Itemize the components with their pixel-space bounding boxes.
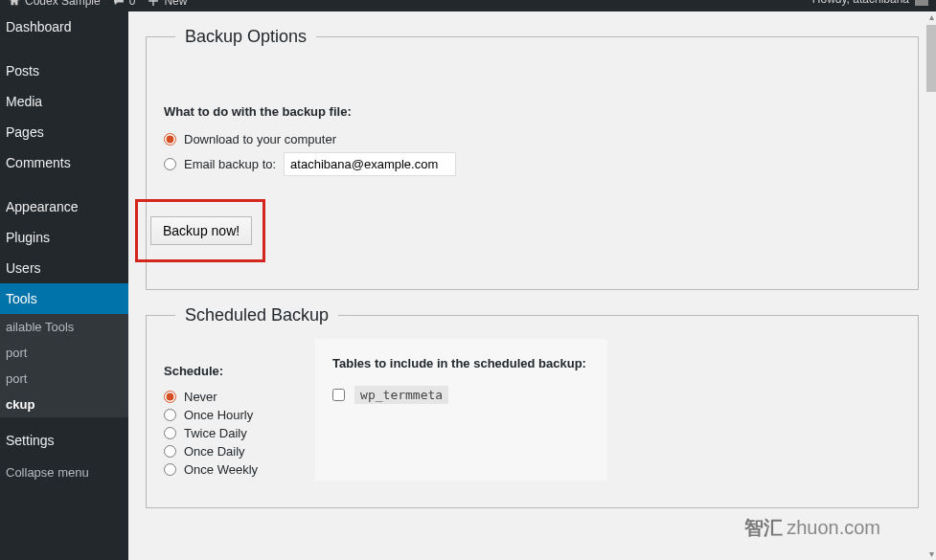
submenu-export[interactable]: port — [0, 366, 128, 392]
sidebar-item-pages[interactable]: Pages — [0, 117, 128, 147]
sidebar-item-tools[interactable]: Tools — [0, 283, 128, 314]
sidebar-item-settings[interactable]: Settings — [0, 425, 128, 456]
watermark-en: zhuon.com — [787, 517, 880, 539]
site-link[interactable]: Codex Sample — [8, 0, 101, 8]
opt-hourly-label: Once Hourly — [184, 408, 253, 422]
comment-icon — [112, 0, 126, 8]
radio-email[interactable] — [164, 158, 176, 170]
table-row[interactable]: wp_termmeta — [332, 386, 586, 404]
sidebar-item-posts[interactable]: Posts — [0, 56, 128, 86]
table-name: wp_termmeta — [354, 386, 448, 404]
scheduled-backup-group: Scheduled Backup Schedule: Never Once Ho… — [146, 305, 919, 508]
opt-once-weekly[interactable]: Once Weekly — [164, 462, 258, 477]
opt-email[interactable]: Email backup to: — [164, 152, 901, 176]
collapse-menu[interactable]: Collapse menu — [0, 456, 128, 489]
watermark-cn: 智汇 — [744, 515, 783, 541]
radio-hourly[interactable] — [164, 409, 176, 421]
opt-download[interactable]: Download to your computer — [164, 132, 901, 146]
sidebar-item-appearance[interactable]: Appearance — [0, 191, 128, 222]
main-content: Backup Options What to do with the backu… — [128, 11, 936, 560]
opt-never-label: Never — [184, 390, 217, 404]
home-icon — [8, 0, 21, 8]
schedule-label: Schedule: — [164, 364, 258, 378]
opt-download-label: Download to your computer — [184, 132, 336, 146]
tables-panel: Tables to include in the scheduled backu… — [315, 339, 607, 481]
sidebar-item-users[interactable]: Users — [0, 253, 128, 283]
backup-options-legend: Backup Options — [175, 27, 316, 47]
radio-once-daily[interactable] — [164, 445, 176, 458]
email-field[interactable] — [284, 152, 456, 176]
sidebar-item-comments[interactable]: Comments — [0, 147, 128, 178]
backup-now-callout: Backup now! — [135, 199, 265, 262]
checkbox-wp-termmeta[interactable] — [332, 389, 345, 401]
radio-once-weekly[interactable] — [164, 463, 176, 476]
scroll-down-icon[interactable]: ▾ — [926, 549, 936, 560]
sidebar-item-dashboard[interactable]: Dashboard — [0, 11, 128, 42]
scroll-up-icon[interactable]: ▴ — [926, 11, 936, 23]
backup-file-prompt: What to do with the backup file: — [164, 104, 901, 119]
site-title: Codex Sample — [25, 0, 101, 8]
opt-once-weekly-label: Once Weekly — [184, 462, 258, 477]
watermark: 智汇 zhuon.com — [744, 515, 880, 541]
radio-never[interactable] — [164, 391, 176, 403]
avatar[interactable] — [915, 0, 928, 6]
scheduled-backup-legend: Scheduled Backup — [175, 305, 338, 325]
opt-never[interactable]: Never — [164, 390, 258, 404]
radio-twice-daily[interactable] — [164, 427, 176, 439]
vertical-scrollbar[interactable]: ▴ ▾ — [926, 11, 936, 560]
admin-sidebar: Dashboard Posts Media Pages Comments App… — [0, 11, 128, 560]
opt-once-daily-label: Once Daily — [184, 444, 245, 459]
admin-toolbar: Codex Sample 0 New Howdy, atachibana — [0, 0, 936, 11]
backup-options-group: Backup Options What to do with the backu… — [146, 27, 919, 290]
howdy-text[interactable]: Howdy, atachibana — [812, 0, 909, 6]
plus-icon — [147, 0, 160, 8]
new-link[interactable]: New — [147, 0, 187, 8]
radio-download[interactable] — [164, 133, 176, 146]
opt-once-daily[interactable]: Once Daily — [164, 444, 258, 459]
backup-now-button[interactable]: Backup now! — [150, 216, 252, 245]
submenu-import[interactable]: port — [0, 340, 128, 366]
sidebar-submenu-tools: ailable Tools port port ckup — [0, 314, 128, 417]
comments-link[interactable]: 0 — [112, 0, 136, 8]
opt-hourly[interactable]: Once Hourly — [164, 408, 258, 422]
sidebar-item-media[interactable]: Media — [0, 86, 128, 117]
opt-email-label: Email backup to: — [184, 157, 276, 171]
scroll-thumb[interactable] — [926, 25, 936, 92]
opt-twice-daily-label: Twice Daily — [184, 426, 247, 440]
comment-count: 0 — [129, 0, 136, 8]
submenu-available-tools[interactable]: ailable Tools — [0, 314, 128, 340]
opt-twice-daily[interactable]: Twice Daily — [164, 426, 258, 440]
sidebar-item-plugins[interactable]: Plugins — [0, 222, 128, 253]
new-label: New — [164, 0, 187, 8]
submenu-backup[interactable]: ckup — [0, 392, 128, 417]
tables-label: Tables to include in the scheduled backu… — [332, 356, 586, 370]
